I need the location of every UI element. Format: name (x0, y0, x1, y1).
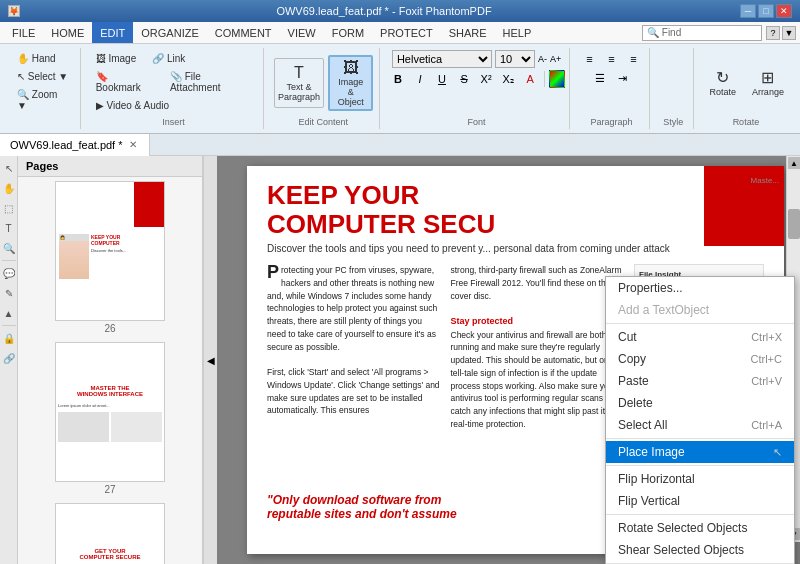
align-left-btn[interactable]: ≡ (579, 50, 599, 68)
font-name-select[interactable]: Helvetica (392, 50, 492, 68)
window-controls[interactable]: ▼ (782, 26, 796, 40)
highlight-icon[interactable]: ▲ (1, 305, 17, 321)
link-tool-icon[interactable]: 🔗 (1, 350, 17, 366)
pages-list: 👩 KEEP YOUR COMPUTER Discover the tools.… (18, 177, 202, 564)
ribbon-group-paragraph: ≡ ≡ ≡ ☰ ⇥ Paragraph (574, 48, 650, 129)
comment-icon[interactable]: 💬 (1, 265, 17, 281)
ctx-sep-3 (606, 465, 794, 466)
text-tool-icon[interactable]: T (1, 220, 17, 236)
ctx-copy[interactable]: Copy Ctrl+C (606, 348, 794, 370)
pan-tool-icon[interactable]: ✋ (1, 180, 17, 196)
minimize-btn[interactable]: ─ (740, 4, 756, 18)
arrange-btn[interactable]: ⊞ Arrange (747, 58, 789, 108)
ribbon-group-arrange: ↻ Rotate ⊞ Arrange Rotate (698, 48, 794, 129)
page-header-text: Maste... (751, 176, 779, 185)
zoom-in-icon[interactable]: 🔍 (1, 240, 17, 256)
font-size-inc-btn[interactable]: A+ (550, 54, 561, 64)
ctx-select-all[interactable]: Select All Ctrl+A (606, 414, 794, 436)
ribbon: ✋ Hand ↖ Select ▼ 🔍 Zoom ▼ 🖼 Image 🔗 Lin… (0, 44, 800, 134)
link-btn[interactable]: 🔗 Link (147, 50, 190, 67)
ctx-rotate-selected[interactable]: Rotate Selected Objects (606, 517, 794, 539)
image-btn[interactable]: 🖼 Image (91, 50, 142, 67)
menu-home[interactable]: HOME (43, 22, 92, 43)
doc-col-1: Protecting your PC from viruses, spyware… (267, 264, 441, 484)
align-center-btn[interactable]: ≡ (601, 50, 621, 68)
zoom-tool-btn[interactable]: 🔍 Zoom ▼ (12, 86, 74, 114)
menu-help[interactable]: HELP (495, 22, 540, 43)
left-toolbar: ↖ ✋ ⬚ T 🔍 💬 ✎ ▲ 🔒 🔗 (0, 156, 18, 564)
menu-share[interactable]: SHARE (441, 22, 495, 43)
font-color-btn[interactable]: A (520, 70, 540, 88)
main-area: ↖ ✋ ⬚ T 🔍 💬 ✎ ▲ 🔒 🔗 Pages 👩 (0, 156, 800, 564)
page-thumb-img-28[interactable]: GET YOURCOMPUTER SECURE (55, 503, 165, 564)
italic-btn[interactable]: I (410, 70, 430, 88)
ribbon-group-insert: 🖼 Image 🔗 Link 🔖 Bookmark 📎 File Attachm… (85, 48, 264, 129)
pages-label: Pages (26, 160, 58, 172)
underline-btn[interactable]: U (432, 70, 452, 88)
maximize-btn[interactable]: □ (758, 4, 774, 18)
bold-btn[interactable]: B (388, 70, 408, 88)
cursor-indicator: ↖ (773, 446, 782, 459)
ctx-delete[interactable]: Delete (606, 392, 794, 414)
doc-tab[interactable]: OWV69.lead_feat.pdf * ✕ (0, 134, 150, 156)
menu-bar: FILE HOME EDIT ORGANIZE COMMENT VIEW FOR… (0, 22, 800, 44)
window-title: OWV69.lead_feat.pdf * - Foxit PhantomPDF (28, 5, 740, 17)
title-bar: 🦊 OWV69.lead_feat.pdf * - Foxit PhantomP… (0, 0, 800, 22)
insert-group-label: Insert (162, 115, 185, 127)
page-thumb-27[interactable]: MASTER THEWINDOWS INTERFACE Lorem ipsum … (22, 342, 198, 495)
video-audio-btn[interactable]: ▶ Video & Audio (91, 97, 174, 114)
color-swatch-btn[interactable] (549, 70, 565, 88)
ctx-flip-horizontal[interactable]: Flip Horizontal (606, 468, 794, 490)
ctx-paste[interactable]: Paste Ctrl+V (606, 370, 794, 392)
search-box[interactable]: 🔍 Find (642, 25, 762, 41)
stamp-icon[interactable]: ✎ (1, 285, 17, 301)
lock-icon[interactable]: 🔒 (1, 330, 17, 346)
superscript-btn[interactable]: X² (476, 70, 496, 88)
image-object-btn[interactable]: 🖼 Image &Object (328, 55, 373, 111)
rotate-btn[interactable]: ↻ Rotate (703, 58, 743, 108)
file-attachment-btn[interactable]: 📎 File Attachment (165, 68, 257, 96)
font-size-dec-btn[interactable]: A- (538, 54, 547, 64)
indent-btn[interactable]: ⇥ (612, 69, 632, 87)
pointer-tool-icon[interactable]: ↖ (1, 160, 17, 176)
menu-file[interactable]: FILE (4, 22, 43, 43)
strikethrough-btn[interactable]: S (454, 70, 474, 88)
ctx-properties[interactable]: Properties... (606, 277, 794, 299)
page-thumb-img-26[interactable]: 👩 KEEP YOUR COMPUTER Discover the tools.… (55, 181, 165, 321)
ctx-cut[interactable]: Cut Ctrl+X (606, 326, 794, 348)
select-tool-icon[interactable]: ⬚ (1, 200, 17, 216)
menu-view[interactable]: VIEW (280, 22, 324, 43)
menu-edit[interactable]: EDIT (92, 22, 133, 43)
select-tool-btn[interactable]: ↖ Select ▼ (12, 68, 73, 85)
page-thumb-28[interactable]: GET YOURCOMPUTER SECURE 28 (22, 503, 198, 564)
font-size-select[interactable]: 10 (495, 50, 535, 68)
system-menu-icon[interactable]: 🦊 (8, 5, 20, 17)
doc-main-title: KEEP YOURCOMPUTER SECU (267, 181, 764, 238)
doc-tab-close-btn[interactable]: ✕ (127, 139, 139, 151)
subscript-btn[interactable]: X₂ (498, 70, 518, 88)
ctx-shear-selected[interactable]: Shear Selected Objects (606, 539, 794, 561)
rotate-group-label: Rotate (733, 115, 760, 127)
page-thumb-img-27[interactable]: MASTER THEWINDOWS INTERFACE Lorem ipsum … (55, 342, 165, 482)
pages-sidebar: Pages 👩 KEEP YOUR C (18, 156, 203, 564)
sidebar-collapse-btn[interactable]: ◀ (203, 156, 217, 564)
close-btn[interactable]: ✕ (776, 4, 792, 18)
ribbon-group-edit-content: T Text &Paragraph 🖼 Image &Object Edit C… (268, 48, 380, 129)
menu-protect[interactable]: PROTECT (372, 22, 441, 43)
menu-organize[interactable]: ORGANIZE (133, 22, 206, 43)
text-paragraph-btn[interactable]: T Text &Paragraph (274, 58, 325, 108)
bookmark-btn[interactable]: 🔖 Bookmark (91, 68, 159, 96)
doc-subtitle: Discover the tools and tips you need to … (267, 242, 764, 256)
page-number-26: 26 (104, 323, 115, 334)
toolbar-separator (2, 260, 16, 261)
ctx-flip-vertical[interactable]: Flip Vertical (606, 490, 794, 512)
ctx-place-image[interactable]: Place Image ↖ (606, 441, 794, 463)
page-thumb-26[interactable]: 👩 KEEP YOUR COMPUTER Discover the tools.… (22, 181, 198, 334)
hand-tool-btn[interactable]: ✋ Hand (12, 50, 61, 67)
menu-comment[interactable]: COMMENT (207, 22, 280, 43)
list-btn[interactable]: ☰ (590, 69, 610, 87)
doc-tab-bar: OWV69.lead_feat.pdf * ✕ (0, 134, 800, 156)
align-right-btn[interactable]: ≡ (623, 50, 643, 68)
help-icon[interactable]: ? (766, 26, 780, 40)
menu-form[interactable]: FORM (324, 22, 372, 43)
